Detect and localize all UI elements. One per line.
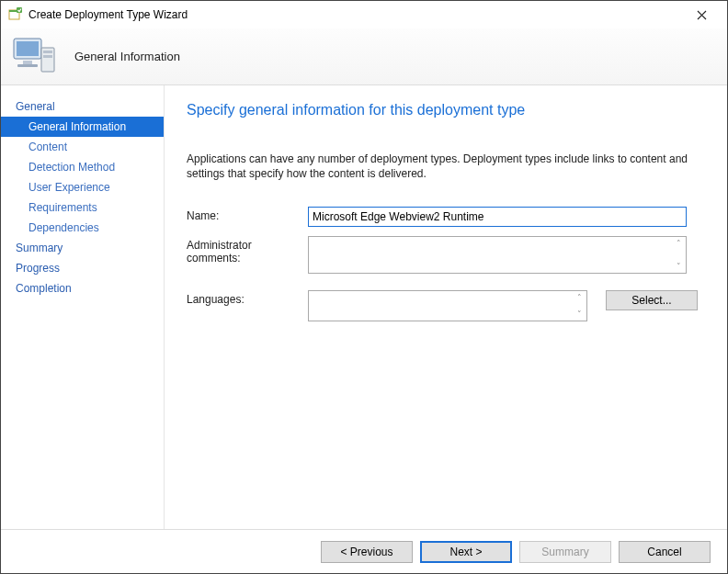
- row-name: Name:: [187, 207, 705, 227]
- admin-comments-wrap: ˄ ˅: [308, 236, 687, 274]
- sidebar: General General Information Content Dete…: [1, 85, 165, 529]
- sidebar-item-content[interactable]: Content: [1, 137, 164, 157]
- sidebar-item-dependencies[interactable]: Dependencies: [1, 218, 164, 238]
- sidebar-item-general-information[interactable]: General Information: [1, 117, 164, 137]
- row-admin-comments: Administrator comments: ˄ ˅: [187, 236, 705, 274]
- select-languages-button[interactable]: Select...: [606, 290, 698, 310]
- chevron-up-icon[interactable]: ˄: [672, 238, 685, 249]
- chevron-down-icon[interactable]: ˅: [672, 261, 685, 272]
- label-languages: Languages:: [187, 290, 308, 306]
- wizard-footer: < Previous Next > Summary Cancel: [1, 529, 727, 573]
- sidebar-item-requirements[interactable]: Requirements: [1, 197, 164, 218]
- svg-rect-8: [43, 51, 52, 53]
- row-languages: Languages: ˄ ˅ Select...: [187, 290, 705, 321]
- wizard-icon: [8, 7, 23, 22]
- chevron-up-icon[interactable]: ˄: [573, 292, 586, 303]
- name-input[interactable]: [308, 207, 687, 227]
- close-button[interactable]: [683, 2, 720, 28]
- label-admin-comments: Administrator comments:: [187, 236, 308, 264]
- languages-box: ˄ ˅: [308, 290, 587, 321]
- sidebar-item-user-experience[interactable]: User Experience: [1, 177, 164, 197]
- sidebar-item-progress[interactable]: Progress: [1, 258, 164, 278]
- sidebar-item-completion[interactable]: Completion: [1, 278, 164, 298]
- svg-rect-5: [23, 61, 32, 64]
- banner-heading: General Information: [74, 50, 180, 63]
- svg-rect-4: [17, 41, 39, 56]
- content-panel: Specify general information for this dep…: [165, 85, 727, 529]
- sidebar-item-detection-method[interactable]: Detection Method: [1, 157, 164, 177]
- svg-rect-6: [17, 64, 38, 67]
- wizard-body: General General Information Content Dete…: [1, 85, 727, 529]
- page-heading: Specify general information for this dep…: [187, 102, 705, 118]
- chevron-down-icon[interactable]: ˅: [573, 309, 586, 320]
- banner: General Information: [1, 28, 727, 85]
- label-name: Name:: [187, 207, 308, 222]
- window-title: Create Deployment Type Wizard: [28, 8, 188, 21]
- titlebar: Create Deployment Type Wizard: [1, 1, 727, 28]
- sidebar-item-general[interactable]: General: [1, 96, 164, 117]
- cancel-button[interactable]: Cancel: [619, 541, 711, 563]
- svg-rect-9: [43, 55, 52, 58]
- computer-icon: [10, 35, 58, 79]
- admin-comments-input[interactable]: [309, 237, 686, 270]
- summary-button[interactable]: Summary: [519, 541, 611, 563]
- page-description: Applications can have any number of depl…: [187, 152, 701, 181]
- sidebar-item-summary[interactable]: Summary: [1, 238, 164, 258]
- next-button[interactable]: Next >: [420, 541, 512, 563]
- previous-button[interactable]: < Previous: [321, 541, 413, 563]
